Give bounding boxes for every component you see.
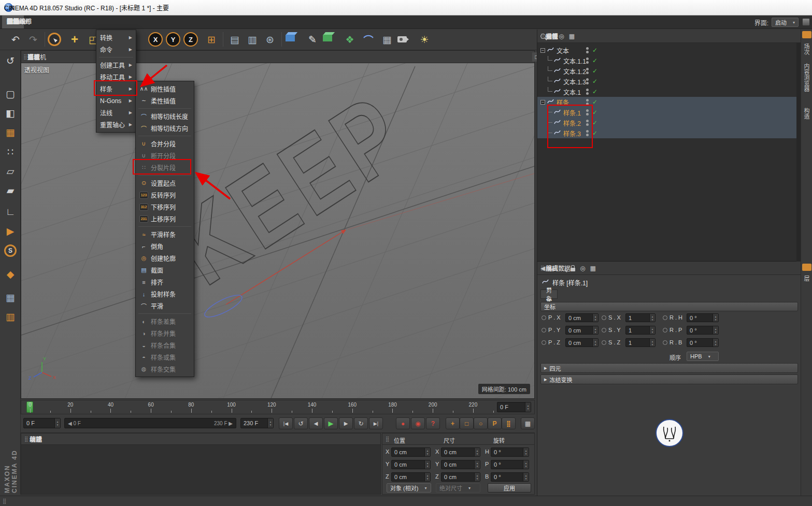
size-mode-dropdown[interactable]: 绝对尺寸▾	[436, 483, 480, 493]
visibility-dots-icon[interactable]	[586, 120, 589, 126]
viewport-solo-icon[interactable]: ▶	[2, 222, 19, 240]
object-row[interactable]: 样条.3✓	[537, 128, 797, 138]
mesh-menu-item-commands[interactable]: 命令▶	[96, 44, 136, 55]
size-z-field[interactable]: 0 cm▴▾	[441, 472, 480, 482]
side-tab-0[interactable]: 场次	[801, 42, 812, 56]
previous-frame-button[interactable]: ◀	[309, 417, 323, 429]
material-list-area[interactable]	[21, 445, 380, 494]
size-y-field-spinner[interactable]: ▴▾	[474, 460, 480, 469]
spline-menu-item-break-segment[interactable]: ∪断开分段	[136, 150, 194, 162]
record-objects-button[interactable]: ●	[396, 417, 410, 429]
position-y-field-spinner[interactable]: ▴▾	[424, 460, 430, 469]
light-icon[interactable]: ☀	[416, 31, 433, 48]
interface-dropdown[interactable]: 启动▾	[772, 18, 799, 27]
attr-field-sz[interactable]: 1▴▾	[625, 338, 656, 347]
spline-menu-item-soft-interpolation[interactable]: ∼柔性插值	[136, 95, 194, 107]
rotation-b-field-spinner[interactable]: ▴▾	[523, 473, 529, 481]
attr-field-sy-spinner[interactable]: ▴▾	[649, 326, 655, 334]
rotation-p-field-spinner[interactable]: ▴▾	[523, 460, 529, 469]
key-position-button[interactable]: +	[446, 417, 460, 429]
subdivision-surface-icon[interactable]	[323, 35, 332, 41]
keyframe-circle-icon[interactable]	[542, 328, 546, 332]
visibility-dots-icon[interactable]	[586, 78, 589, 84]
attr-field-rh-spinner[interactable]: ▴▾	[713, 314, 718, 322]
side-tab-1[interactable]: 内容浏览器	[801, 62, 812, 93]
pen-tool-icon[interactable]: ✎	[304, 31, 321, 48]
object-row[interactable]: 样条.2✓	[537, 118, 797, 128]
visibility-dots-icon[interactable]	[586, 57, 589, 64]
mesh-menu-item-ngons[interactable]: N-Gons▶	[96, 95, 136, 107]
move-tool-icon[interactable]: +	[66, 31, 83, 48]
current-frame-field-spinner[interactable]: ▴▾	[54, 418, 60, 428]
goto-start-button[interactable]: |◀	[279, 417, 293, 429]
edges-mode-icon[interactable]: ▱	[2, 162, 19, 180]
attr-field-pz-spinner[interactable]: ▴▾	[592, 339, 598, 346]
end-frame-field-spinner[interactable]: ▴▾	[267, 418, 273, 428]
spline-menu-item-create-outline[interactable]: ◎创建轮廓	[136, 252, 194, 264]
next-frame-button[interactable]: ▶	[339, 417, 353, 429]
mesh-menu-item-spline[interactable]: 样条▶	[96, 83, 136, 95]
expander-icon[interactable]: −	[540, 100, 545, 105]
rotation-p-field[interactable]: 0 °▴▾	[491, 460, 529, 469]
spline-menu-item-move-up-sequence[interactable]: 231上移序列	[136, 213, 194, 225]
menubar-item[interactable]: 帮助	[2, 16, 24, 28]
section-1[interactable]: ▸冻结变换	[540, 374, 798, 384]
expander-icon[interactable]: −	[540, 48, 545, 53]
spline-menu-item-line-up[interactable]: ≡排齐	[136, 276, 194, 288]
keyframe-circle-icon[interactable]	[663, 328, 667, 332]
play-button[interactable]: ▶	[324, 417, 338, 429]
object-row[interactable]: 文本.1.2✓	[537, 66, 797, 76]
keyframe-circle-icon[interactable]	[602, 328, 606, 332]
attr-field-sx-spinner[interactable]: ▴▾	[649, 314, 655, 322]
object-row[interactable]: 文本.1✓	[537, 86, 797, 97]
visibility-dots-icon[interactable]	[586, 109, 589, 115]
viewport-menu-item[interactable]: 面板	[23, 52, 44, 61]
spline-menu-item-spline-and[interactable]: ◒样条合集	[136, 339, 194, 351]
keyframe-selection-button[interactable]: ?	[426, 417, 440, 429]
spline-menu-item-project-spline[interactable]: ↓投射样条	[136, 288, 194, 300]
spline-menu-item-smooth-spline[interactable]: ≈平滑样条	[136, 228, 194, 240]
active-panel-tab[interactable]	[802, 31, 811, 38]
keyframe-circle-icon[interactable]	[602, 340, 606, 345]
key-scale-button[interactable]: □	[460, 417, 474, 429]
coordinates-section-bar[interactable]: 坐标	[540, 302, 798, 311]
goto-end-button[interactable]: ▶|	[369, 417, 383, 429]
attr-field-sz-spinner[interactable]: ▴▾	[649, 339, 655, 346]
history-back-icon[interactable]: ◀	[540, 265, 545, 272]
current-frame-field[interactable]: 0 F▴▾	[23, 418, 61, 428]
keyframe-mode-button[interactable]: ▦	[521, 417, 535, 429]
floor-icon[interactable]: ▦	[379, 31, 395, 48]
coordinate-mode-dropdown[interactable]: 对象 (相对)▾	[387, 483, 431, 493]
section-0[interactable]: ▸四元	[540, 363, 798, 373]
search-icon[interactable]	[561, 266, 566, 271]
attr-field-py[interactable]: 0 cm▴▾	[565, 326, 599, 335]
visibility-dots-icon[interactable]	[586, 99, 589, 105]
pointer-icon[interactable]: ▲	[550, 265, 556, 272]
attr-field-rh[interactable]: 0 °▴▾	[687, 313, 719, 322]
attr-field-px[interactable]: 0 cm▴▾	[565, 313, 599, 322]
position-z-field[interactable]: 0 cm▴▾	[391, 472, 431, 482]
render-picture-viewer-icon[interactable]: ▥	[244, 31, 261, 48]
key-parameter-button[interactable]: P	[488, 417, 502, 429]
add-cube-icon[interactable]	[286, 35, 295, 41]
spline-menu-item-set-first-point[interactable]: ⊙设置起点	[136, 177, 194, 189]
texture-mode-icon[interactable]: ◧	[2, 104, 19, 122]
paint-tool-icon[interactable]: ◆	[2, 265, 19, 283]
spline-menu-item-join-segment[interactable]: ∪合并分段	[136, 138, 194, 150]
mesh-menu-item-convert[interactable]: 转换▶	[96, 32, 136, 44]
key-rotation-button[interactable]: ○	[474, 417, 488, 429]
order-dropdown[interactable]: HPB▾	[687, 352, 719, 361]
preview-range-slider[interactable]: ◀ 0 F230 F ▶	[64, 418, 236, 428]
preview-range-end[interactable]: 230 F ▶	[214, 421, 233, 426]
workplane-snap-icon[interactable]: ▦	[2, 288, 19, 306]
lock-x-axis-icon[interactable]: X	[148, 32, 163, 47]
home-icon[interactable]: ⌂	[550, 33, 554, 40]
preview-range-start[interactable]: ◀ 0 F	[68, 421, 81, 426]
spline-menu-item-spline-difference[interactable]: ◐样条差集	[136, 315, 194, 327]
key-pla-button[interactable]: ⣿	[502, 417, 516, 429]
spline-menu-item-cross-section[interactable]: ▤截面	[136, 264, 194, 276]
keyframe-circle-icon[interactable]	[663, 340, 667, 345]
snap-settings-icon[interactable]: S	[2, 242, 19, 259]
mesh-menu-item-normals[interactable]: 法线▶	[96, 107, 136, 119]
loop-button[interactable]: ↻	[354, 417, 368, 429]
